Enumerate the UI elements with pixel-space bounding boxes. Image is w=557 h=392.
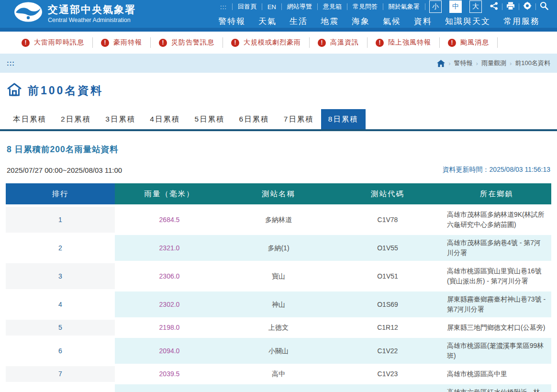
- gear-icon: [523, 1, 532, 12]
- day-accumulation-tabs: 本日累積2日累積3日累積4日累積5日累積6日累積7日累積8日累積: [0, 109, 557, 129]
- station-code-cell: C1V22: [333, 338, 442, 364]
- print-button[interactable]: [502, 0, 519, 13]
- rain-cell: 2321.0: [115, 235, 224, 261]
- utility-link-2[interactable]: EN: [262, 3, 281, 11]
- tab-7日累積[interactable]: 7日累積: [277, 109, 321, 129]
- font-size-button-中[interactable]: 中: [449, 0, 462, 13]
- table-row: 22321.0多納(1)O1V55高雄市茂林區多納巷4號 - 第7河川分署: [6, 235, 551, 261]
- station-name-cell: 多納(1): [224, 235, 333, 261]
- alert-icon: !: [159, 39, 167, 47]
- alert-icon: !: [376, 39, 384, 47]
- page-title-row: 前100名資料: [0, 73, 557, 106]
- nav-item-8[interactable]: 知識與天文: [445, 16, 490, 27]
- station-name-cell: 寶山: [224, 263, 333, 289]
- station-code-cell: O1V51: [333, 263, 442, 289]
- town-cell: 高雄市茂林區多納巷4號 - 第7河川分署: [442, 235, 551, 261]
- station-code-cell: C1R12: [333, 320, 442, 336]
- station-code-cell: O1S69: [333, 291, 442, 317]
- town-cell: 屏東縣三地門鄉德文村口(公墓旁): [442, 320, 551, 336]
- town-cell: 屏東縣霧臺鄉霧臺村神山巷73號 - 第7河川分署: [442, 291, 551, 317]
- station-code-cell: C1V78: [333, 207, 442, 233]
- tab-本日累積[interactable]: 本日累積: [6, 109, 54, 129]
- rank-cell: 7: [6, 366, 115, 382]
- tab-2日累積[interactable]: 2日累積: [54, 109, 98, 129]
- tab-6日累積[interactable]: 6日累積: [232, 109, 277, 129]
- rank-cell: 3: [6, 263, 115, 289]
- utility-link-1[interactable]: 回首頁: [233, 2, 262, 11]
- nav-item-9[interactable]: 常用服務: [503, 16, 540, 27]
- accessibility-link[interactable]: :::: [215, 3, 232, 11]
- table-row: 62094.0小關山C1V22高雄市桃源區(荖濃溪事業區99林班): [6, 338, 551, 364]
- utility-link-5[interactable]: 常見問答: [347, 2, 383, 11]
- station-code-cell: C1V23: [333, 366, 442, 382]
- alert-link-2[interactable]: !豪雨特報: [93, 37, 151, 48]
- alert-link-1[interactable]: !大雷雨即時訊息: [22, 37, 93, 48]
- nav-item-5[interactable]: 海象: [352, 16, 370, 27]
- tab-8日累積[interactable]: 8日累積: [321, 109, 366, 129]
- rank-cell: 5: [6, 320, 115, 336]
- rain-cell: 2306.0: [115, 263, 224, 289]
- update-time: 資料更新時間：2025/08/03 11:56:13: [443, 166, 550, 174]
- alert-link-6[interactable]: !陸上強風特報: [368, 37, 440, 48]
- table-row: 12684.5多納林道C1V78高雄市茂林區多納林道9K(林試所六龜研究中心多納…: [6, 207, 551, 233]
- site-title: 交通部中央氣象署: [48, 3, 136, 16]
- nav-item-2[interactable]: 天氣: [258, 16, 277, 27]
- nav-item-6[interactable]: 氣候: [383, 16, 401, 27]
- gear-button[interactable]: [519, 0, 535, 13]
- breadcrumb: ›警特報›雨量觀測›前100名資料: [437, 59, 550, 67]
- tab-4日累積[interactable]: 4日累積: [143, 109, 187, 129]
- alert-icon: !: [448, 39, 456, 47]
- column-header-2: 雨量（毫米）: [115, 183, 224, 204]
- alert-icon: !: [101, 39, 109, 47]
- tab-5日累積[interactable]: 5日累積: [187, 109, 232, 129]
- table-row: 82006.0六龜F1V85高雄市六龜區紅水仙橋附近 - 林業保育署: [6, 384, 551, 392]
- station-name-cell: 小關山: [224, 338, 333, 364]
- utility-nav: :::回首頁EN網站導覽意見箱常見問答關於氣象署小中大: [215, 0, 552, 13]
- cwa-logo[interactable]: 交通部中央氣象署 Central Weather Administration: [13, 1, 136, 24]
- rank-cell: 4: [6, 291, 115, 317]
- alert-link-5[interactable]: !高溫資訊: [310, 37, 368, 48]
- rain-cell: 2094.0: [115, 338, 224, 364]
- town-cell: 高雄市桃源區高中里: [442, 366, 551, 382]
- main-nav: 警特報天氣生活地震海象氣候資料知識與天文常用服務: [218, 14, 540, 28]
- alert-links-bar: !大雷雨即時訊息!豪雨特報!災防告警訊息!大規模或劇烈豪雨!高溫資訊!陸上強風特…: [0, 32, 557, 54]
- nav-item-1[interactable]: 警特報: [218, 16, 245, 27]
- accessibility-link[interactable]: :::: [7, 59, 15, 67]
- home-icon[interactable]: [437, 60, 445, 67]
- utility-link-6[interactable]: 關於氣象署: [383, 2, 425, 11]
- tab-3日累積[interactable]: 3日累積: [98, 109, 143, 129]
- alert-link-4[interactable]: !大規模或劇烈豪雨: [223, 37, 310, 48]
- alert-link-3[interactable]: !災防告警訊息: [151, 37, 223, 48]
- nav-item-7[interactable]: 資料: [414, 16, 432, 27]
- breadcrumb-item-2[interactable]: 雨量觀測: [481, 59, 506, 67]
- content-section: 8 日累積前200名雨量站資料 2025/07/27 00:00~2025/08…: [0, 144, 557, 174]
- nav-item-3[interactable]: 生活: [290, 16, 308, 27]
- rain-cell: 2198.0: [115, 320, 224, 336]
- search-icon: [540, 1, 548, 12]
- alert-link-7[interactable]: !颱風消息: [440, 37, 498, 48]
- station-name-cell: 多納林道: [224, 207, 333, 233]
- town-cell: 高雄市六龜區紅水仙橋附近 - 林業保育署: [442, 384, 551, 392]
- search-button[interactable]: [536, 0, 552, 13]
- town-cell: 高雄市茂林區多納林道9K(林試所六龜研究中心多納苗圃): [442, 207, 551, 233]
- breadcrumb-item-1[interactable]: 警特報: [454, 59, 473, 67]
- font-size-button-小[interactable]: 小: [429, 0, 442, 13]
- town-cell: 高雄市桃源區寶山里寶山巷16號(寶山派出所) - 第7河川分署: [442, 263, 551, 289]
- utility-link-4[interactable]: 意見箱: [318, 2, 347, 11]
- date-range: 2025/07/27 00:00~2025/08/03 11:00: [7, 166, 122, 174]
- section-title: 8 日累積前200名雨量站資料: [7, 144, 550, 155]
- utility-link-3[interactable]: 網站導覽: [282, 2, 317, 11]
- rain-cell: 2006.0: [115, 384, 224, 392]
- breadcrumb-item-3: 前100名資料: [515, 59, 550, 67]
- header-divider: [0, 28, 557, 32]
- alert-icon: !: [318, 39, 326, 47]
- nav-item-4[interactable]: 地震: [321, 16, 339, 27]
- alert-icon: !: [231, 39, 239, 47]
- table-row: 72039.5高中C1V23高雄市桃源區高中里: [6, 366, 551, 382]
- station-code-cell: F1V85: [333, 384, 442, 392]
- share-button[interactable]: [486, 0, 502, 13]
- print-icon: [506, 2, 515, 12]
- font-size-button-大[interactable]: 大: [469, 0, 482, 13]
- rain-cell: 2302.0: [115, 291, 224, 317]
- table-row: 42302.0神山O1S69屏東縣霧臺鄉霧臺村神山巷73號 - 第7河川分署: [6, 291, 551, 317]
